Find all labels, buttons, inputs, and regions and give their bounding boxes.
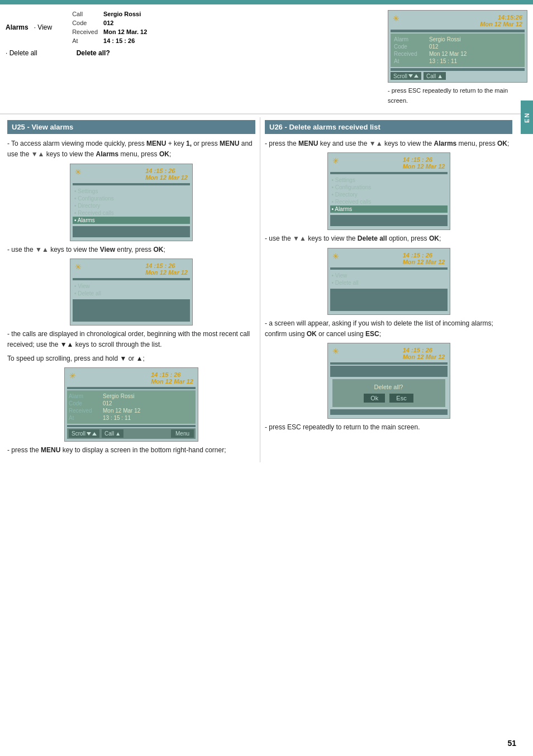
alarm-label: Alarm <box>394 36 425 42</box>
u25-screen1-container: ✳ 14 :15 : 26 Mon 12 Mar 12 • Settings •… <box>7 164 255 241</box>
esc-instruction-top: - press ESC repeatedly to return to the … <box>388 86 527 106</box>
u26-s2-delete: • Delete all <box>330 279 448 286</box>
u26-screen3-container: ✳ 14 :15 : 26 Mon 12 Mar 12 Delete all? … <box>265 343 512 419</box>
s3-code-label: Code <box>69 400 99 406</box>
s2-item-view: • View <box>73 283 190 290</box>
s1-time: 14 :15 : 26 <box>145 168 188 174</box>
s3-at-label: At <box>69 415 99 421</box>
u25-screen1: ✳ 14 :15 : 26 Mon 12 Mar 12 • Settings •… <box>70 164 193 241</box>
page-number: 51 <box>507 739 516 748</box>
nav-view: · View <box>34 23 52 31</box>
call-btn: Call ▲ <box>423 72 446 80</box>
top-right-screen: ✳ 14:15:26 Mon 12 Mar 12 Alarm Sergio Ro… <box>388 10 527 83</box>
top-screen-date: Mon 12 Mar 12 <box>480 21 522 27</box>
top-breadcrumb: Alarms · View Call Sergio Rossi Code 012… <box>6 9 382 46</box>
u26-title: U26 - Delete alarms received list <box>265 120 512 134</box>
confirm-text: Delete all? <box>77 49 110 57</box>
u25-para1: - To access alarm viewing mode quickly, … <box>7 138 255 160</box>
at-label: At <box>70 37 100 45</box>
page-wrapper: U25 - View alarms - To access alarm view… <box>0 117 533 462</box>
u26-screen3: ✳ 14 :15 : 26 Mon 12 Mar 12 Delete all? … <box>327 343 450 419</box>
call-info-table: Call Sergio Rossi Code 012 Received Mon … <box>69 9 150 46</box>
received-label: Received <box>70 28 100 36</box>
nav-alarms: Alarms <box>6 23 28 31</box>
s2-item-delete: • Delete all <box>73 290 190 297</box>
s2-asterisk: ✳ <box>75 262 82 276</box>
u25-screen2: ✳ 14 :15 : 26 Mon 12 Mar 12 • View • Del… <box>70 259 193 326</box>
u26-screen2: ✳ 14 :15 : 26 Mon 12 Mar 12 • View • Del… <box>327 248 450 315</box>
at-value: 14 : 15 : 26 <box>101 37 149 45</box>
u26-s1-time: 14 :15 : 26 <box>403 156 445 163</box>
delete-all-nav: · Delete all Delete all? <box>6 49 382 57</box>
u26-s2-view: • View <box>330 272 448 279</box>
received-value: Mon 12 Mar. 12 <box>101 28 149 36</box>
code-row: Code 012 <box>392 43 523 50</box>
dialog-esc-btn[interactable]: Esc <box>389 394 413 403</box>
call-icon: ▲ <box>115 430 121 437</box>
u26-s2-asterisk: ✳ <box>332 252 339 265</box>
u26-s1-received: • Received calls <box>330 198 448 205</box>
s1-item-received: • Received calls <box>73 209 190 217</box>
u25-para3: - the calls are displayed in chronologic… <box>7 329 255 350</box>
scroll-btn: Scroll <box>391 72 421 80</box>
s3-alarm-label: Alarm <box>69 393 99 399</box>
u25-screen3: ✳ 14 :15 : 26 Mon 12 Mar 12 Alarm Sergio… <box>64 367 198 442</box>
dialog-ok-btn[interactable]: Ok <box>364 394 385 403</box>
u25-para4: - press the MENU key to display a screen… <box>7 445 255 456</box>
s3-at-value: 13 : 15 : 11 <box>103 415 131 421</box>
code-value-s: 012 <box>429 44 439 50</box>
s3-received-value: Mon 12 Mar 12 <box>103 408 140 414</box>
u26-s1-alarms: • Alarms <box>330 205 448 213</box>
u26-esc-instruction: - press ESC repeatedly to return to the … <box>265 422 512 433</box>
s3-received-label: Received <box>69 408 99 414</box>
s3-asterisk: ✳ <box>69 371 76 385</box>
code-label-s: Code <box>394 44 425 50</box>
top-right-screen-area: ✳ 14:15:26 Mon 12 Mar 12 Alarm Sergio Ro… <box>388 9 527 109</box>
u25-screen2-container: ✳ 14 :15 : 26 Mon 12 Mar 12 • View • Del… <box>7 259 255 326</box>
code-label: Code <box>70 19 100 27</box>
u25-title: U25 - View alarms <box>7 120 255 134</box>
u26-s1-directory: • Directory <box>330 191 448 198</box>
u26-s2-time: 14 :15 : 26 <box>403 252 445 259</box>
u26-s1-asterisk: ✳ <box>332 156 339 170</box>
top-left-nav: Alarms · View Call Sergio Rossi Code 012… <box>6 9 382 109</box>
s1-item-config: • Configurations <box>73 195 190 202</box>
received-row: Received Mon 12 Mar 12 <box>392 50 523 58</box>
s3-alarm-value: Sergio Rossi <box>103 393 135 399</box>
s1-date: Mon 12 Mar 12 <box>145 174 188 181</box>
s1-item-settings: • Settings <box>73 188 190 195</box>
u26-s3-asterisk: ✳ <box>332 347 339 360</box>
s1-item-alarms: • Alarms <box>73 217 190 224</box>
at-value-s: 13 : 15 : 11 <box>429 58 457 64</box>
received-value-s: Mon 12 Mar 12 <box>429 51 467 57</box>
u25-para2: - use the ▼▲ keys to view the View entry… <box>7 245 255 255</box>
s1-asterisk: ✳ <box>75 168 82 181</box>
u25-screen3-container: ✳ 14 :15 : 26 Mon 12 Mar 12 Alarm Sergio… <box>7 367 255 442</box>
call-label: Call <box>70 10 100 18</box>
u26-para2: - use the ▼▲ keys to view the Delete all… <box>265 233 512 244</box>
s3-time: 14 :15 : 26 <box>151 371 193 378</box>
triangle-down-icon <box>408 74 413 78</box>
u26-screen2-container: ✳ 14 :15 : 26 Mon 12 Mar 12 • View • Del… <box>265 248 512 315</box>
u26-screen1-container: ✳ 14 :15 : 26 Mon 12 Mar 12 • Settings •… <box>265 152 512 230</box>
u26-s3-date: Mon 12 Mar 12 <box>403 353 445 360</box>
s3-date: Mon 12 Mar 12 <box>151 378 193 385</box>
s2-date: Mon 12 Mar 12 <box>145 269 188 276</box>
dialog-buttons: Ok Esc <box>337 394 441 403</box>
scroll-btn-s3: Scroll <box>69 429 99 438</box>
at-row: At 13 : 15 : 11 <box>392 58 523 65</box>
top-instruction-area: Alarms · View Call Sergio Rossi Code 012… <box>0 4 533 114</box>
col-right: U26 - Delete alarms received list - pres… <box>260 117 517 462</box>
u26-s3-time: 14 :15 : 26 <box>403 347 445 353</box>
code-value: 012 <box>101 19 149 27</box>
call-value: Sergio Rossi <box>101 10 149 18</box>
u26-s1-date: Mon 12 Mar 12 <box>403 163 445 170</box>
alarm-row: Alarm Sergio Rossi <box>392 36 523 43</box>
top-screen-asterisk: ✳ <box>393 14 399 27</box>
nav-delete-all: · Delete all <box>6 49 37 57</box>
u26-s2-date: Mon 12 Mar 12 <box>403 259 445 265</box>
s1-item-directory: • Directory <box>73 202 190 209</box>
s2-time: 14 :15 : 26 <box>145 262 188 269</box>
triangle-up-icon <box>414 74 418 78</box>
u26-para3: - a screen will appear, asking if you wi… <box>265 318 512 339</box>
